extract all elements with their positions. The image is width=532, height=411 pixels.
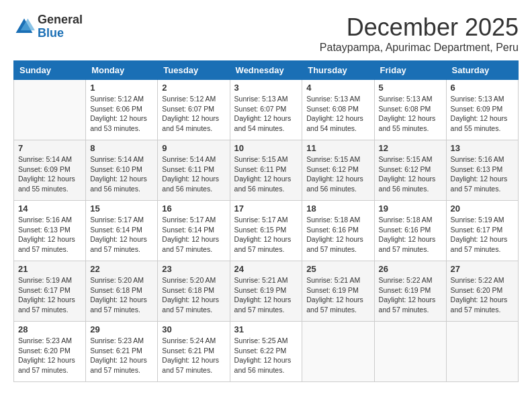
day-header-sunday: Sunday	[14, 61, 86, 80]
day-number: 31	[234, 324, 298, 334]
calendar-cell	[374, 322, 446, 382]
day-number: 7	[18, 143, 81, 153]
day-info: Sunrise: 5:18 AMSunset: 6:16 PMDaylight:…	[379, 215, 442, 255]
month-title: December 2025	[320, 13, 519, 42]
calendar-week-row: 7Sunrise: 5:14 AMSunset: 6:09 PMDaylight…	[14, 140, 519, 201]
calendar-cell: 30Sunrise: 5:24 AMSunset: 6:21 PMDayligh…	[158, 322, 230, 382]
day-number: 9	[162, 143, 225, 153]
day-info: Sunrise: 5:13 AMSunset: 6:09 PMDaylight:…	[451, 94, 514, 134]
day-info: Sunrise: 5:13 AMSunset: 6:08 PMDaylight:…	[306, 94, 369, 134]
calendar-cell	[14, 80, 86, 140]
day-info: Sunrise: 5:18 AMSunset: 6:16 PMDaylight:…	[306, 215, 369, 255]
day-info: Sunrise: 5:19 AMSunset: 6:17 PMDaylight:…	[451, 215, 514, 255]
logo: General Blue	[13, 13, 83, 40]
day-number: 12	[379, 143, 442, 153]
day-number: 23	[162, 264, 225, 274]
day-info: Sunrise: 5:12 AMSunset: 6:06 PMDaylight:…	[90, 94, 153, 134]
day-info: Sunrise: 5:13 AMSunset: 6:07 PMDaylight:…	[234, 94, 298, 134]
day-info: Sunrise: 5:22 AMSunset: 6:20 PMDaylight:…	[451, 275, 514, 315]
calendar-cell: 26Sunrise: 5:22 AMSunset: 6:19 PMDayligh…	[374, 261, 446, 322]
day-info: Sunrise: 5:21 AMSunset: 6:19 PMDaylight:…	[234, 275, 298, 315]
day-header-tuesday: Tuesday	[158, 61, 230, 80]
day-number: 6	[451, 83, 514, 93]
day-info: Sunrise: 5:14 AMSunset: 6:10 PMDaylight:…	[90, 154, 153, 194]
day-number: 15	[90, 203, 153, 214]
calendar-cell: 9Sunrise: 5:14 AMSunset: 6:11 PMDaylight…	[158, 140, 230, 201]
day-info: Sunrise: 5:16 AMSunset: 6:13 PMDaylight:…	[451, 154, 514, 194]
day-info: Sunrise: 5:21 AMSunset: 6:19 PMDaylight:…	[306, 275, 369, 315]
calendar-cell: 28Sunrise: 5:23 AMSunset: 6:20 PMDayligh…	[14, 322, 86, 382]
day-number: 27	[451, 264, 514, 274]
day-number: 30	[162, 324, 225, 334]
day-info: Sunrise: 5:24 AMSunset: 6:21 PMDaylight:…	[162, 336, 225, 375]
day-number: 1	[90, 83, 153, 93]
day-number: 4	[306, 83, 369, 93]
calendar-table: SundayMondayTuesdayWednesdayThursdayFrid…	[13, 60, 519, 382]
calendar-cell: 10Sunrise: 5:15 AMSunset: 6:11 PMDayligh…	[230, 140, 302, 201]
day-number: 19	[379, 203, 442, 214]
calendar-cell: 15Sunrise: 5:17 AMSunset: 6:14 PMDayligh…	[86, 201, 158, 261]
subtitle: Pataypampa, Apurimac Department, Peru	[320, 42, 519, 54]
day-info: Sunrise: 5:17 AMSunset: 6:14 PMDaylight:…	[90, 215, 153, 255]
days-header-row: SundayMondayTuesdayWednesdayThursdayFrid…	[14, 61, 519, 80]
calendar-cell: 20Sunrise: 5:19 AMSunset: 6:17 PMDayligh…	[446, 201, 518, 261]
day-info: Sunrise: 5:19 AMSunset: 6:17 PMDaylight:…	[18, 275, 81, 315]
calendar-cell: 25Sunrise: 5:21 AMSunset: 6:19 PMDayligh…	[302, 261, 374, 322]
day-info: Sunrise: 5:13 AMSunset: 6:08 PMDaylight:…	[379, 94, 442, 134]
day-number: 20	[451, 203, 514, 214]
day-info: Sunrise: 5:25 AMSunset: 6:22 PMDaylight:…	[234, 336, 298, 375]
day-info: Sunrise: 5:14 AMSunset: 6:09 PMDaylight:…	[18, 154, 81, 194]
day-header-friday: Friday	[374, 61, 446, 80]
calendar-cell: 22Sunrise: 5:20 AMSunset: 6:18 PMDayligh…	[86, 261, 158, 322]
calendar-cell: 27Sunrise: 5:22 AMSunset: 6:20 PMDayligh…	[446, 261, 518, 322]
day-number: 24	[234, 264, 298, 274]
calendar-cell: 1Sunrise: 5:12 AMSunset: 6:06 PMDaylight…	[86, 80, 158, 140]
calendar-cell: 4Sunrise: 5:13 AMSunset: 6:08 PMDaylight…	[302, 80, 374, 140]
calendar-cell: 5Sunrise: 5:13 AMSunset: 6:08 PMDaylight…	[374, 80, 446, 140]
day-header-saturday: Saturday	[446, 61, 518, 80]
page-header: General Blue December 2025 Pataypampa, A…	[13, 13, 519, 54]
calendar-cell	[446, 322, 518, 382]
calendar-cell	[302, 322, 374, 382]
day-info: Sunrise: 5:17 AMSunset: 6:15 PMDaylight:…	[234, 215, 298, 255]
calendar-cell: 12Sunrise: 5:15 AMSunset: 6:12 PMDayligh…	[374, 140, 446, 201]
day-header-thursday: Thursday	[302, 61, 374, 80]
day-number: 26	[379, 264, 442, 274]
day-number: 10	[234, 143, 298, 153]
day-number: 8	[90, 143, 153, 153]
calendar-cell: 11Sunrise: 5:15 AMSunset: 6:12 PMDayligh…	[302, 140, 374, 201]
calendar-cell: 16Sunrise: 5:17 AMSunset: 6:14 PMDayligh…	[158, 201, 230, 261]
calendar-cell: 6Sunrise: 5:13 AMSunset: 6:09 PMDaylight…	[446, 80, 518, 140]
calendar-cell: 23Sunrise: 5:20 AMSunset: 6:18 PMDayligh…	[158, 261, 230, 322]
logo-icon	[13, 16, 35, 38]
day-info: Sunrise: 5:20 AMSunset: 6:18 PMDaylight:…	[90, 275, 153, 315]
day-info: Sunrise: 5:15 AMSunset: 6:12 PMDaylight:…	[306, 154, 369, 194]
calendar-cell: 17Sunrise: 5:17 AMSunset: 6:15 PMDayligh…	[230, 201, 302, 261]
day-number: 2	[162, 83, 225, 93]
calendar-cell: 2Sunrise: 5:12 AMSunset: 6:07 PMDaylight…	[158, 80, 230, 140]
day-number: 5	[379, 83, 442, 93]
calendar-week-row: 21Sunrise: 5:19 AMSunset: 6:17 PMDayligh…	[14, 261, 519, 322]
day-info: Sunrise: 5:23 AMSunset: 6:21 PMDaylight:…	[90, 336, 153, 375]
calendar-cell: 19Sunrise: 5:18 AMSunset: 6:16 PMDayligh…	[374, 201, 446, 261]
calendar-cell: 29Sunrise: 5:23 AMSunset: 6:21 PMDayligh…	[86, 322, 158, 382]
calendar-cell: 31Sunrise: 5:25 AMSunset: 6:22 PMDayligh…	[230, 322, 302, 382]
day-number: 21	[18, 264, 81, 274]
day-number: 18	[306, 203, 369, 214]
calendar-cell: 24Sunrise: 5:21 AMSunset: 6:19 PMDayligh…	[230, 261, 302, 322]
day-info: Sunrise: 5:16 AMSunset: 6:13 PMDaylight:…	[18, 215, 81, 255]
calendar-cell: 14Sunrise: 5:16 AMSunset: 6:13 PMDayligh…	[14, 201, 86, 261]
calendar-week-row: 28Sunrise: 5:23 AMSunset: 6:20 PMDayligh…	[14, 322, 519, 382]
day-info: Sunrise: 5:15 AMSunset: 6:11 PMDaylight:…	[234, 154, 298, 194]
calendar-cell: 18Sunrise: 5:18 AMSunset: 6:16 PMDayligh…	[302, 201, 374, 261]
day-info: Sunrise: 5:20 AMSunset: 6:18 PMDaylight:…	[162, 275, 225, 315]
calendar-cell: 21Sunrise: 5:19 AMSunset: 6:17 PMDayligh…	[14, 261, 86, 322]
calendar-week-row: 1Sunrise: 5:12 AMSunset: 6:06 PMDaylight…	[14, 80, 519, 140]
calendar-cell: 7Sunrise: 5:14 AMSunset: 6:09 PMDaylight…	[14, 140, 86, 201]
calendar-week-row: 14Sunrise: 5:16 AMSunset: 6:13 PMDayligh…	[14, 201, 519, 261]
day-info: Sunrise: 5:15 AMSunset: 6:12 PMDaylight:…	[379, 154, 442, 194]
day-number: 17	[234, 203, 298, 214]
calendar-cell: 3Sunrise: 5:13 AMSunset: 6:07 PMDaylight…	[230, 80, 302, 140]
title-section: December 2025 Pataypampa, Apurimac Depar…	[320, 13, 519, 54]
logo-text: General Blue	[38, 13, 83, 40]
